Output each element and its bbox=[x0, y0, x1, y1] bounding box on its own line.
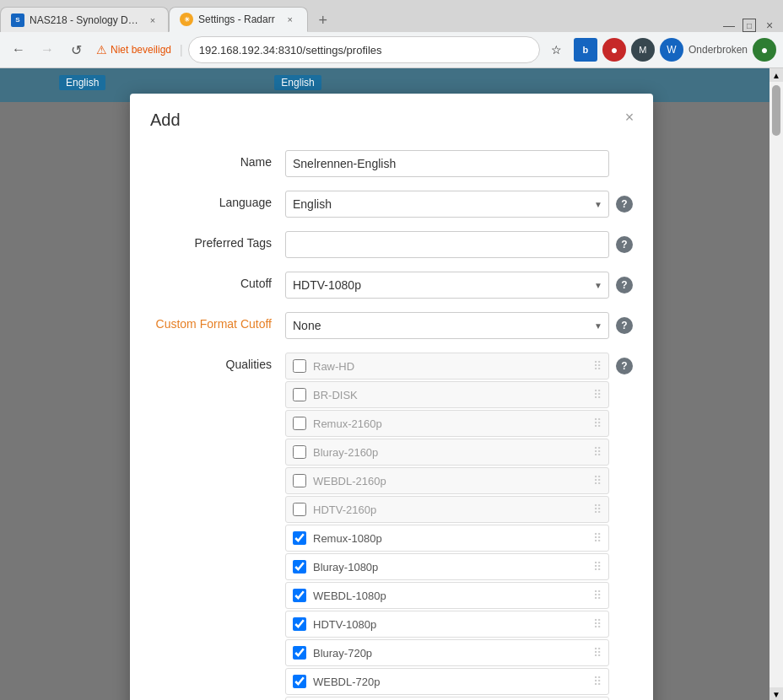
drag-handle-webdl-1080p[interactable]: ⠿ bbox=[593, 589, 602, 602]
preferred-tags-help-icon[interactable]: ? bbox=[616, 236, 633, 253]
quality-checkbox-webdl-720p[interactable] bbox=[293, 675, 306, 688]
quality-item-hdtv-1080p: HDTV-1080p ⠿ bbox=[285, 611, 609, 638]
name-row: Name bbox=[150, 150, 633, 177]
quality-name-webdl-720p: WEBDL-720p bbox=[313, 676, 590, 688]
quality-item-webdl-720p: WEBDL-720p ⠿ bbox=[285, 668, 609, 695]
language-row: Language English Any Dutch French German… bbox=[150, 191, 633, 218]
extension-icon-2[interactable]: ● bbox=[602, 38, 626, 62]
extension-icon-1[interactable]: b bbox=[574, 38, 597, 62]
quality-item-bluray-2160p: Bluray-2160p ⠿ bbox=[285, 439, 609, 466]
address-bar[interactable]: 192.168.192.34:8310/settings/profiles bbox=[188, 36, 540, 63]
nav-bar: ← → ↺ ⚠ Niet beveiligd | 192.168.192.34:… bbox=[0, 32, 783, 67]
language-help-icon[interactable]: ? bbox=[616, 196, 633, 213]
name-label: Name bbox=[150, 150, 285, 169]
status-label: Onderbroken bbox=[688, 44, 748, 56]
cutoff-help-icon[interactable]: ? bbox=[616, 277, 633, 293]
quality-item-bluray-1080p: Bluray-1080p ⠿ bbox=[285, 553, 609, 580]
browser-chrome: S NAS218 - Synology DiskStation × ☀ Sett… bbox=[0, 0, 783, 68]
preferred-tags-input[interactable] bbox=[285, 231, 609, 258]
quality-name-bluray-720p: Bluray-720p bbox=[313, 647, 590, 660]
quality-checkbox-remux-1080p[interactable] bbox=[293, 531, 306, 545]
quality-item-webdl-1080p: WEBDL-1080p ⠿ bbox=[285, 582, 609, 609]
name-input[interactable] bbox=[285, 150, 609, 177]
bookmark-icon[interactable]: ☆ bbox=[545, 38, 569, 62]
cutoff-select[interactable]: HDTV-1080p Bluray-1080p WEBDL-1080p bbox=[285, 272, 609, 299]
drag-handle-webdl-720p[interactable]: ⠿ bbox=[593, 675, 602, 688]
quality-item-br-disk: BR-DISK ⠿ bbox=[285, 381, 609, 408]
custom-format-help-icon[interactable]: ? bbox=[616, 317, 633, 334]
tab-radarr[interactable]: ☀ Settings - Radarr × bbox=[169, 7, 308, 32]
preferred-tags-control bbox=[285, 231, 609, 258]
quality-checkbox-hdtv-1080p[interactable] bbox=[293, 617, 306, 631]
cutoff-row: Cutoff HDTV-1080p Bluray-1080p WEBDL-108… bbox=[150, 272, 633, 299]
modal-overlay: × Add Name Language English Any Dutch bbox=[0, 68, 783, 700]
drag-handle-bluray-2160p[interactable]: ⠿ bbox=[593, 445, 602, 459]
add-modal: × Add Name Language English Any Dutch bbox=[130, 94, 653, 700]
qualities-list: Raw-HD ⠿ BR-DISK ⠿ Remux-2160p ⠿ bbox=[285, 353, 609, 700]
drag-handle-webdl-2160p[interactable]: ⠿ bbox=[593, 474, 602, 487]
quality-item-hdtv-2160p: HDTV-2160p ⠿ bbox=[285, 496, 609, 523]
drag-handle-br-disk[interactable]: ⠿ bbox=[593, 388, 602, 401]
quality-name-hdtv-1080p: HDTV-1080p bbox=[313, 618, 590, 631]
radarr-favicon: ☀ bbox=[180, 13, 193, 26]
quality-checkbox-webdl-2160p[interactable] bbox=[293, 474, 306, 487]
quality-name-bluray-2160p: Bluray-2160p bbox=[313, 446, 590, 459]
qualities-row: Qualities Raw-HD ⠿ BR-DISK ⠿ bbox=[150, 353, 633, 700]
language-select[interactable]: English Any Dutch French German bbox=[285, 191, 609, 218]
quality-checkbox-bluray-1080p[interactable] bbox=[293, 560, 306, 573]
quality-checkbox-br-disk[interactable] bbox=[293, 388, 306, 401]
tab-nas-label: NAS218 - Synology DiskStation bbox=[30, 14, 139, 26]
profile-icon[interactable]: ● bbox=[753, 38, 776, 62]
quality-checkbox-webdl-1080p[interactable] bbox=[293, 589, 306, 602]
close-window-button[interactable]: × bbox=[763, 19, 776, 32]
status-area: Onderbroken bbox=[688, 44, 748, 56]
page-wrapper: © www.snelrennen.nl English English × Ad… bbox=[0, 68, 783, 700]
quality-checkbox-raw-hd[interactable] bbox=[293, 359, 306, 373]
quality-item-hdtv-720p: HDTV-720p ⠿ bbox=[285, 697, 609, 700]
drag-handle-raw-hd[interactable]: ⠿ bbox=[593, 359, 602, 373]
quality-item-webdl-2160p: WEBDL-2160p ⠿ bbox=[285, 467, 609, 494]
quality-item-raw-hd: Raw-HD ⠿ bbox=[285, 353, 609, 380]
drag-handle-bluray-1080p[interactable]: ⠿ bbox=[593, 560, 602, 573]
security-warning: ⚠ Niet beveiligd bbox=[93, 43, 175, 57]
drag-handle-remux-1080p[interactable]: ⠿ bbox=[593, 531, 602, 545]
address-text: 192.168.192.34:8310/settings/profiles bbox=[199, 44, 529, 57]
tab-nas-close[interactable]: × bbox=[148, 13, 158, 27]
drag-handle-hdtv-1080p[interactable]: ⠿ bbox=[593, 617, 602, 631]
maximize-button[interactable]: □ bbox=[742, 19, 756, 32]
language-control: English Any Dutch French German ▼ bbox=[285, 191, 609, 218]
new-tab-button[interactable]: + bbox=[311, 8, 335, 32]
cutoff-control: HDTV-1080p Bluray-1080p WEBDL-1080p ▼ bbox=[285, 272, 609, 299]
cutoff-label: Cutoff bbox=[150, 272, 285, 290]
nas-favicon: S bbox=[11, 13, 24, 27]
tab-nas[interactable]: S NAS218 - Synology DiskStation × bbox=[0, 7, 169, 32]
quality-checkbox-bluray-2160p[interactable] bbox=[293, 445, 306, 459]
tab-bar: S NAS218 - Synology DiskStation × ☀ Sett… bbox=[0, 0, 783, 32]
tab-radarr-close[interactable]: × bbox=[284, 13, 297, 26]
custom-format-cutoff-control: None ▼ bbox=[285, 312, 609, 339]
quality-name-raw-hd: Raw-HD bbox=[313, 360, 590, 373]
custom-format-label: Custom Format Cutoff bbox=[150, 312, 285, 331]
quality-item-remux-2160p: Remux-2160p ⠿ bbox=[285, 410, 609, 437]
user-avatar[interactable]: W bbox=[660, 38, 683, 62]
modal-close-button[interactable]: × bbox=[619, 107, 640, 127]
warning-text: Niet beveiligd bbox=[111, 44, 171, 56]
drag-handle-hdtv-2160p[interactable]: ⠿ bbox=[593, 503, 602, 516]
quality-name-br-disk: BR-DISK bbox=[313, 389, 590, 401]
forward-button[interactable]: → bbox=[35, 38, 59, 62]
quality-checkbox-hdtv-2160p[interactable] bbox=[293, 503, 306, 516]
back-button[interactable]: ← bbox=[7, 38, 30, 62]
modal-title: Add bbox=[150, 110, 633, 130]
quality-checkbox-remux-2160p[interactable] bbox=[293, 417, 306, 430]
reload-button[interactable]: ↺ bbox=[64, 38, 88, 62]
minimize-button[interactable]: — bbox=[722, 19, 736, 32]
qualities-help-icon[interactable]: ? bbox=[616, 358, 633, 374]
quality-name-hdtv-2160p: HDTV-2160p bbox=[313, 503, 590, 516]
divider: | bbox=[180, 43, 183, 57]
extension-icon-3[interactable]: M bbox=[631, 38, 655, 62]
quality-item-remux-1080p: Remux-1080p ⠿ bbox=[285, 525, 609, 552]
quality-checkbox-bluray-720p[interactable] bbox=[293, 646, 306, 660]
drag-handle-bluray-720p[interactable]: ⠿ bbox=[593, 646, 602, 660]
drag-handle-remux-2160p[interactable]: ⠿ bbox=[593, 417, 602, 430]
custom-format-cutoff-select[interactable]: None bbox=[285, 312, 609, 339]
